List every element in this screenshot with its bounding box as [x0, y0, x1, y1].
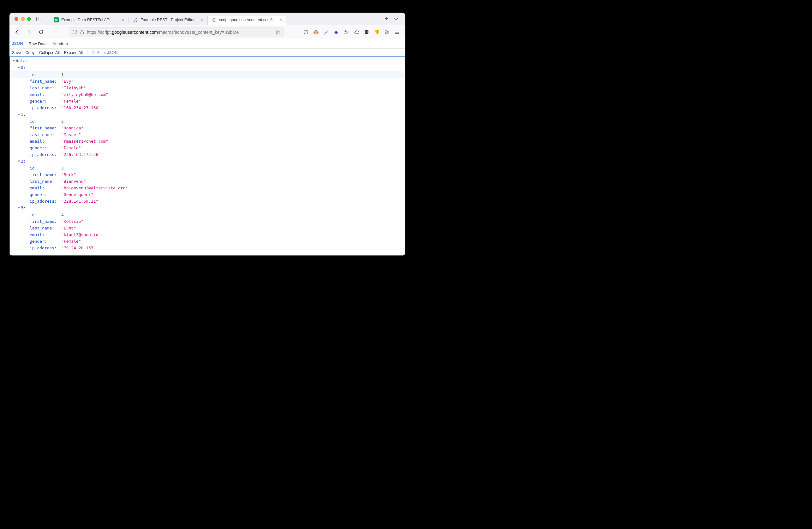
shield-icon [72, 29, 77, 35]
json-row[interactable]: id:3 [10, 165, 405, 172]
disclosure-triangle-icon[interactable]: ▼ [12, 57, 16, 64]
json-string-value: "Kellsie" [61, 218, 83, 225]
json-row[interactable]: last_name:"Masser" [10, 131, 405, 138]
browser-tab[interactable]: ▦Example Data RESTFul API - Go× [49, 15, 129, 25]
json-row[interactable]: ▼ data: [10, 57, 405, 64]
thumbsdown-extension-icon[interactable]: 👎 [374, 29, 379, 35]
json-string-value: "klunt3@soup.io" [61, 231, 101, 238]
json-row[interactable]: gender:"Genderqueer" [10, 191, 405, 198]
url-host: googleusercontent.com [112, 30, 158, 35]
filter-json-input[interactable]: Filter JSON [92, 50, 118, 55]
json-row[interactable]: email:"bbienvenu2@altervista.org" [10, 185, 405, 191]
json-key: ip_address: [30, 246, 57, 250]
json-row[interactable]: first_name:"Kellsie" [10, 218, 405, 225]
monkey-extension-icon[interactable]: 🐵 [313, 29, 319, 35]
disclosure-triangle-icon[interactable]: ▼ [17, 158, 21, 164]
json-row[interactable]: id:2 [10, 118, 405, 125]
eyedropper-extension-icon[interactable]: 💉 [323, 29, 329, 35]
json-string-value: "236.163.175.36" [61, 151, 101, 158]
json-row[interactable]: ▼ 1: [10, 111, 405, 118]
extensions-puzzle-icon[interactable] [384, 29, 390, 35]
json-row[interactable]: first_name:"Berk" [10, 172, 405, 178]
app-menu-button[interactable] [394, 29, 400, 35]
save-button[interactable]: Save [12, 50, 21, 55]
forward-button[interactable] [24, 27, 34, 37]
browser-tab[interactable]: Example REST - Project Editor -× [129, 15, 207, 25]
browser-tab[interactable]: script.googleusercontent.com/macr× [207, 15, 286, 25]
collapse-all-button[interactable]: Collapse All [39, 50, 60, 55]
browser-window: ▦Example Data RESTFul API - Go×Example R… [10, 13, 405, 256]
new-tab-button[interactable]: + [382, 15, 391, 23]
json-content[interactable]: ▼ data:▼ 0:id:1first_name:"Evy"last_name… [10, 57, 405, 256]
json-row[interactable]: ip_address:"228.141.59.21" [10, 198, 405, 205]
json-row[interactable]: gender:"Female" [10, 98, 405, 104]
json-row[interactable]: email:"eilyinykh0@hp.com" [10, 91, 405, 98]
ublock-extension-icon[interactable]: U [364, 29, 369, 35]
json-string-value: "eilyinykh0@hp.com" [61, 91, 108, 98]
tab-close-button[interactable]: × [200, 18, 204, 22]
json-row[interactable]: ip_address:"236.163.175.36" [10, 151, 405, 158]
json-key: email: [30, 232, 44, 237]
tab-close-button[interactable]: × [120, 18, 125, 22]
window-minimize-button[interactable] [21, 17, 25, 21]
lock-icon [79, 29, 85, 35]
url-prefix: https://script. [87, 30, 112, 35]
json-row[interactable]: last_name:"Lunt" [10, 225, 405, 231]
pocket-icon[interactable] [303, 29, 309, 35]
disclosure-triangle-icon[interactable]: ▼ [17, 64, 21, 71]
json-string-value: "Bienvenu" [61, 178, 86, 185]
json-number-value: 1 [61, 71, 64, 78]
json-key: first_name: [30, 172, 57, 177]
json-key: last_name: [30, 132, 54, 137]
json-number-value: 4 [61, 211, 64, 218]
window-close-button[interactable] [15, 17, 18, 21]
cloud-extension-icon[interactable] [353, 29, 359, 35]
json-row[interactable]: first_name:"Evy" [10, 78, 405, 85]
json-row[interactable]: last_name:"Ilyinykh" [10, 85, 405, 91]
tab-raw-data[interactable]: Raw Data [29, 39, 47, 48]
json-row[interactable]: ip_address:"160.234.23.160" [10, 104, 405, 111]
filter-placeholder: Filter JSON [97, 50, 118, 55]
diamond-extension-icon[interactable]: ◆ [333, 29, 339, 35]
tab-json[interactable]: JSON [12, 39, 23, 48]
json-key: last_name: [30, 86, 54, 90]
tab-headers[interactable]: Headers [53, 39, 68, 48]
bookmark-star-icon[interactable] [275, 29, 281, 35]
json-string-value: "Genderqueer" [61, 191, 93, 198]
json-key: email: [30, 186, 44, 190]
json-row[interactable]: email:"klunt3@soup.io" [10, 231, 405, 238]
json-row[interactable]: id:1 [10, 71, 405, 78]
json-string-value: "Female" [61, 145, 81, 151]
copy-button[interactable]: Copy [26, 50, 35, 55]
reload-button[interactable] [36, 27, 46, 37]
sidebar-toggle-button[interactable] [35, 15, 44, 23]
window-controls [11, 17, 35, 21]
url-bar[interactable]: https://script.googleusercontent.com/mac… [69, 27, 284, 37]
json-row[interactable]: ▼ 0: [10, 64, 405, 71]
json-string-value: "79.24.20.137" [61, 245, 96, 251]
json-row[interactable]: last_name:"Bienvenu" [10, 178, 405, 185]
expand-all-button[interactable]: Expand All [64, 50, 83, 55]
json-row[interactable]: gender:"Female" [10, 238, 405, 245]
json-row[interactable]: ip_address:"79.24.20.137" [10, 245, 405, 251]
tab-close-button[interactable]: × [278, 18, 283, 22]
json-number-value: 2 [61, 118, 64, 125]
json-string-value: "rmasser1@cnet.com" [61, 138, 108, 145]
disclosure-triangle-icon[interactable]: ▼ [17, 205, 21, 211]
json-row[interactable]: id:4 [10, 211, 405, 218]
globe-favicon-icon [212, 17, 217, 23]
tab-title: script.googleusercontent.com/macr [219, 18, 276, 22]
tabs-dropdown-button[interactable] [391, 15, 402, 23]
json-row[interactable]: ▼ 3: [10, 205, 405, 211]
json-row[interactable]: first_name:"Ronnica" [10, 125, 405, 131]
json-tree: ▼ data:▼ 0:id:1first_name:"Evy"last_name… [10, 57, 405, 253]
json-row[interactable]: gender:"Female" [10, 145, 405, 151]
f-question-extension-icon[interactable]: f? [344, 29, 349, 35]
back-button[interactable] [12, 27, 22, 37]
json-row[interactable]: ▼ 2: [10, 158, 405, 165]
window-maximize-button[interactable] [27, 17, 31, 21]
disclosure-triangle-icon[interactable]: ▼ [17, 111, 21, 118]
json-row[interactable]: email:"rmasser1@cnet.com" [10, 138, 405, 145]
json-number-value: 3 [61, 165, 64, 172]
json-key: 2: [21, 158, 26, 164]
